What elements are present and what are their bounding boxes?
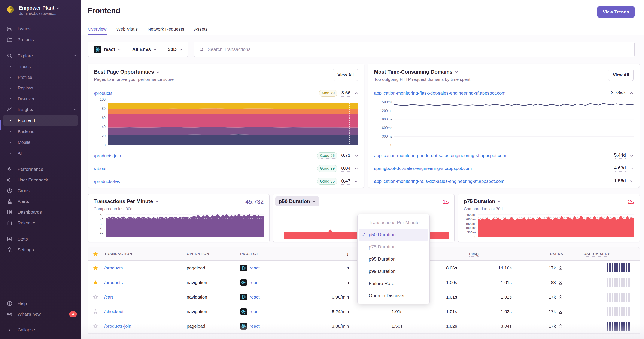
- sidebar-item-label: Alerts: [18, 199, 77, 204]
- star-toggle[interactable]: [88, 265, 103, 271]
- p50-metric-selector[interactable]: p50 Duration: [275, 196, 320, 206]
- react-project-icon: [240, 279, 247, 286]
- menu-item-p95-duration[interactable]: p95 Duration: [358, 253, 430, 265]
- sidebar-item-insights[interactable]: Insights: [0, 104, 81, 115]
- sidebar-item-mobile[interactable]: Mobile: [0, 137, 81, 148]
- column-header-transaction[interactable]: TRANSACTION: [103, 252, 186, 256]
- domain-link[interactable]: springboot-dot-sales-engineering-sf.apps…: [374, 166, 472, 171]
- sidebar-item-replays[interactable]: Replays: [0, 83, 81, 93]
- transaction-link[interactable]: /products: [104, 280, 123, 285]
- chevron-down-icon[interactable]: [454, 70, 458, 74]
- sidebar-item-profiles[interactable]: Profiles: [0, 72, 81, 83]
- tab-web-vitals[interactable]: Web Vitals: [116, 26, 138, 35]
- sidebar-item-alerts[interactable]: Alerts: [0, 196, 81, 207]
- transaction-link[interactable]: /products: [104, 265, 123, 270]
- search-bar: [194, 42, 634, 57]
- chevron-down-icon[interactable]: [354, 167, 358, 171]
- project-link[interactable]: react: [250, 265, 260, 271]
- tpm-chart[interactable]: [106, 214, 264, 237]
- chevron-up-icon[interactable]: [630, 91, 634, 95]
- tpm-metric-selector[interactable]: Transactions Per Minute: [94, 198, 159, 204]
- column-header-operation[interactable]: OPERATION: [186, 252, 239, 256]
- domain-duration-chart[interactable]: [394, 99, 634, 145]
- search-input[interactable]: [208, 47, 629, 52]
- sidebar-item-label: Collapse: [18, 327, 77, 332]
- sidebar: Empower Plant dominik.buszowiec... Issue…: [0, 0, 81, 339]
- page-link[interactable]: /products: [94, 91, 112, 96]
- sidebar-item-stats[interactable]: Stats: [0, 234, 81, 244]
- sidebar-item-ai[interactable]: AI: [0, 148, 81, 158]
- transaction-link[interactable]: /cart: [104, 295, 113, 300]
- column-header-p95[interactable]: P95(): [458, 252, 513, 256]
- star-column-header[interactable]: [88, 252, 103, 257]
- tab-overview[interactable]: Overview: [88, 26, 106, 35]
- sidebar-item-issues[interactable]: Issues: [0, 23, 81, 34]
- star-toggle[interactable]: [88, 280, 103, 285]
- star-toggle[interactable]: [88, 324, 103, 329]
- sidebar-item-releases[interactable]: Releases: [0, 217, 81, 228]
- date-range-filter[interactable]: 30D: [162, 45, 188, 54]
- chevron-down-icon[interactable]: [156, 70, 160, 74]
- page-link[interactable]: /products-join: [94, 153, 121, 158]
- p75-chart[interactable]: [478, 214, 634, 237]
- chevron-up-icon[interactable]: [354, 91, 358, 95]
- sidebar-item-user-feedback[interactable]: User Feedback: [0, 175, 81, 185]
- column-header-project[interactable]: PROJECT: [239, 252, 284, 256]
- org-switcher[interactable]: Empower Plant dominik.buszowiec...: [0, 0, 81, 18]
- sidebar-item-help[interactable]: Help: [0, 298, 81, 309]
- view-all-button[interactable]: View All: [608, 69, 634, 81]
- users-cell: 17k: [513, 265, 564, 271]
- chevron-down-icon[interactable]: [354, 154, 358, 158]
- tab-network-requests[interactable]: Network Requests: [148, 26, 184, 35]
- menu-item-p50-duration[interactable]: ✓p50 Duration: [359, 229, 428, 241]
- sidebar-item-label: Explore: [18, 53, 69, 58]
- menu-item-p99-duration[interactable]: p99 Duration: [358, 265, 430, 277]
- page-link[interactable]: /products-fes: [94, 179, 120, 184]
- sidebar-item-explore[interactable]: Explore: [0, 50, 81, 61]
- transaction-link[interactable]: /checkout: [104, 309, 124, 314]
- p75-metric-selector[interactable]: p75 Duration: [464, 198, 503, 204]
- sidebar-item-discover[interactable]: Discover: [0, 93, 81, 104]
- chevron-down-icon[interactable]: [354, 180, 358, 183]
- star-toggle[interactable]: [88, 295, 103, 300]
- menu-item-failure-rate[interactable]: Failure Rate: [358, 277, 430, 290]
- sidebar-item-projects[interactable]: Projects: [0, 34, 81, 45]
- sidebar-collapse-button[interactable]: Collapse: [0, 325, 81, 335]
- project-link[interactable]: react: [250, 295, 260, 300]
- column-header-users[interactable]: USERS: [513, 252, 564, 256]
- menu-item-p75-duration[interactable]: p75 Duration: [358, 241, 430, 253]
- tab-assets[interactable]: Assets: [194, 26, 208, 35]
- view-trends-button[interactable]: View Trends: [597, 6, 634, 17]
- react-project-icon: [240, 294, 247, 301]
- sidebar-item-traces[interactable]: Traces: [0, 61, 81, 72]
- chevron-down-icon[interactable]: [630, 154, 634, 158]
- sidebar-item-settings[interactable]: Settings: [0, 244, 81, 255]
- performance-score-chart[interactable]: [108, 99, 358, 145]
- environment-filter[interactable]: All Envs: [127, 45, 162, 54]
- sidebar-item-dashboards[interactable]: Dashboards: [0, 207, 81, 217]
- transaction-link[interactable]: /products-join: [104, 324, 131, 329]
- sidebar-item-crons[interactable]: Crons: [0, 185, 81, 196]
- project-link[interactable]: react: [250, 324, 260, 329]
- project-link[interactable]: react: [250, 309, 260, 314]
- domain-link[interactable]: application-monitoring-rails-dot-sales-e…: [374, 179, 504, 184]
- menu-item-open-in-discover[interactable]: Open in Discover: [358, 290, 430, 302]
- chevron-down-icon[interactable]: [630, 167, 634, 170]
- time-consuming-domains-panel: Most Time-Consuming Domains Top outgoing…: [368, 63, 640, 188]
- domain-row: springboot-dot-sales-engineering-sf.apps…: [368, 162, 640, 175]
- domain-link[interactable]: application-monitoring-flask-dot-sales-e…: [374, 90, 506, 96]
- sidebar-item-backend[interactable]: Backend: [0, 126, 81, 137]
- page-link[interactable]: /about: [94, 166, 106, 171]
- menu-item-transactions-per-minute[interactable]: Transactions Per Minute: [358, 216, 430, 229]
- sidebar-item-performance[interactable]: Performance: [0, 164, 81, 175]
- domain-link[interactable]: application-monitoring-node-dot-sales-en…: [374, 153, 506, 158]
- project-filter[interactable]: react: [88, 45, 127, 54]
- chevron-down-icon[interactable]: [630, 179, 634, 183]
- sort-descending-icon[interactable]: ↓: [284, 251, 350, 257]
- star-toggle[interactable]: [88, 309, 103, 314]
- project-link[interactable]: react: [250, 280, 260, 285]
- sidebar-item-frontend[interactable]: Frontend: [2, 115, 78, 126]
- column-header-user-misery[interactable]: USER MISERY: [564, 252, 640, 256]
- sidebar-item-whats-new[interactable]: What's new 4: [0, 309, 81, 320]
- view-all-button[interactable]: View All: [333, 69, 358, 81]
